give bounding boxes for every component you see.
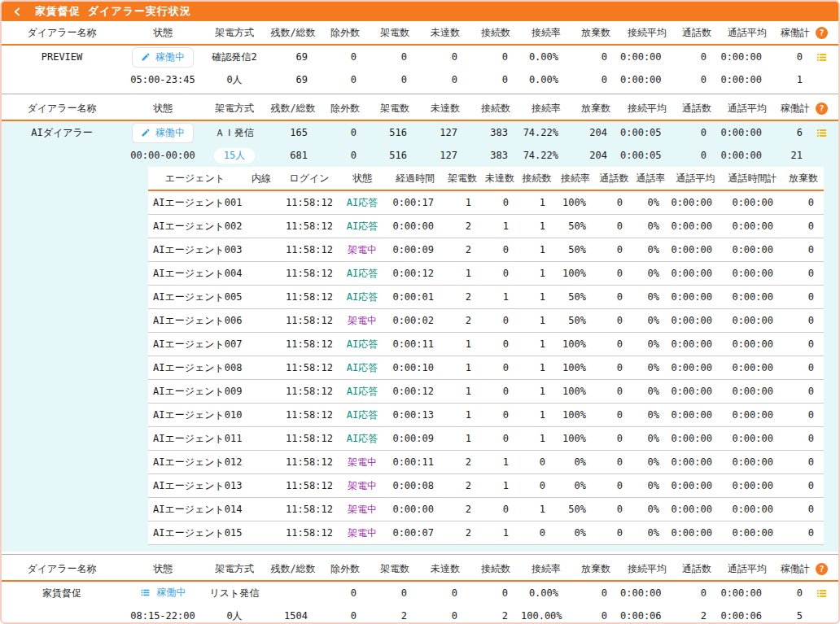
agent-value-cell: 0 bbox=[481, 433, 518, 444]
agent-value-cell: 0 bbox=[481, 409, 518, 421]
agent-value-cell: 0:00:12 bbox=[387, 268, 444, 279]
agent-name: AIエージェント014 bbox=[148, 503, 242, 517]
agent-value-cell: 0:00:13 bbox=[387, 409, 444, 421]
agent-value-cell: 0 bbox=[481, 386, 518, 397]
agent-row: AIエージェント011 11:58:12 AI応答 0:00:09101100%… bbox=[148, 427, 824, 451]
agent-value-cell: 0% bbox=[632, 386, 669, 397]
agent-value-cell: 0% bbox=[632, 527, 669, 539]
list-icon bbox=[140, 587, 151, 598]
agent-value-cell: 0 bbox=[481, 268, 518, 279]
column-header: 除外数 bbox=[321, 26, 370, 40]
agent-value-cell: 0:00:02 bbox=[387, 315, 444, 326]
agent-row: AIエージェント014 11:58:12 架電中 0:00:0020150%00… bbox=[148, 498, 824, 521]
column-header: 架電数 bbox=[370, 562, 420, 576]
agent-value-cell: 0:00:00 bbox=[722, 480, 783, 491]
help-icon[interactable]: ? bbox=[816, 27, 828, 39]
agent-value-cell: 100% bbox=[555, 338, 596, 350]
agent-value-cell: 0% bbox=[632, 315, 669, 326]
value-cell: 0:00:05 bbox=[620, 150, 674, 161]
agent-value-cell: 0:00:00 bbox=[669, 504, 722, 515]
value-cell: 0 bbox=[571, 74, 620, 85]
agent-value-cell: 50% bbox=[555, 220, 596, 232]
agent-value-cell: 0 bbox=[783, 220, 824, 232]
agent-login-time: 11:58:12 bbox=[281, 338, 338, 350]
column-header: 除外数 bbox=[321, 102, 370, 116]
agent-value-cell: 0:00:00 bbox=[669, 362, 722, 373]
agent-value-cell: 0% bbox=[555, 480, 596, 491]
column-header: ダイアラー名称 bbox=[2, 562, 122, 576]
agent-value-cell: 0 bbox=[783, 504, 824, 515]
dialer-section-preview: ダイアラー名称状態架電方式残数/総数除外数架電数未達数接続数接続率放棄数接続平均… bbox=[2, 21, 838, 91]
list-icon[interactable] bbox=[816, 127, 828, 139]
dialer-table-header: ダイアラー名称状態架電方式残数/総数除外数架電数未達数接続数接続率放棄数接続平均… bbox=[2, 557, 838, 582]
column-header: 状態 bbox=[122, 562, 203, 576]
value-cell: 0 bbox=[674, 127, 720, 138]
value-cell: 0 bbox=[775, 587, 816, 599]
pencil-icon bbox=[141, 128, 151, 137]
agent-value-cell: 0 bbox=[596, 244, 632, 255]
agent-status: AI応答 bbox=[338, 361, 387, 375]
value-cell: 204 bbox=[571, 150, 620, 161]
schedule: 00:00-00:00 bbox=[122, 150, 203, 161]
value-cell: 74.22% bbox=[521, 127, 571, 138]
column-header: 状態 bbox=[338, 172, 387, 185]
agent-value-cell: 50% bbox=[555, 291, 596, 303]
agent-value-cell: 1 bbox=[518, 362, 555, 373]
agent-status: 架電中 bbox=[338, 456, 387, 469]
agent-value-cell: 0:00:00 bbox=[669, 220, 722, 232]
help-icon[interactable]: ? bbox=[816, 103, 828, 115]
agent-status: AI応答 bbox=[338, 267, 387, 281]
agent-value-cell: 1 bbox=[444, 386, 481, 397]
agent-name: AIエージェント013 bbox=[148, 479, 242, 493]
value-cell: 0:00:00 bbox=[720, 74, 775, 85]
page-title: 家賃督促 ダイアラー実行状況 bbox=[35, 4, 191, 19]
agent-value-cell: 0 bbox=[481, 362, 518, 373]
agent-name: AIエージェント012 bbox=[148, 456, 242, 469]
agent-value-cell: 0% bbox=[555, 456, 596, 468]
agent-value-cell: 0:00:00 bbox=[387, 220, 444, 232]
status-button[interactable]: 稼働中 bbox=[132, 123, 194, 143]
agent-value-cell: 1 bbox=[518, 315, 555, 326]
agent-count-link[interactable]: 15人 bbox=[214, 148, 255, 164]
dialer-status-page: 家賃督促 ダイアラー実行状況 ダイアラー名称状態架電方式残数/総数除外数架電数未… bbox=[0, 0, 840, 624]
agent-login-time: 11:58:12 bbox=[281, 197, 338, 208]
agent-value-cell: 0 bbox=[783, 338, 824, 350]
help-icon[interactable]: ? bbox=[816, 563, 828, 575]
status-button[interactable]: 稼働中 bbox=[132, 47, 194, 68]
value-cell: 0 bbox=[470, 74, 521, 85]
value-cell: 100.00% bbox=[521, 610, 571, 622]
agent-value-cell: 0 bbox=[783, 527, 824, 539]
agent-value-cell: 100% bbox=[555, 409, 596, 421]
list-icon[interactable] bbox=[816, 51, 828, 63]
agent-row: AIエージェント015 11:58:12 架電中 0:00:072100%00%… bbox=[148, 521, 824, 545]
value-cell: 0 bbox=[674, 51, 720, 63]
section-divider bbox=[2, 94, 838, 94]
value-cell: 127 bbox=[420, 150, 470, 161]
agent-value-cell: 0% bbox=[555, 527, 596, 539]
value-cell: 0 bbox=[470, 51, 521, 63]
column-header: 接続率 bbox=[521, 102, 571, 116]
agent-name: AIエージェント001 bbox=[148, 196, 242, 210]
agent-status: AI応答 bbox=[338, 338, 387, 351]
agent-value-cell: 0:00:00 bbox=[722, 268, 783, 279]
back-icon[interactable] bbox=[13, 7, 22, 16]
dialer-name: PREVIEW bbox=[2, 51, 122, 63]
agent-login-time: 11:58:12 bbox=[281, 409, 338, 421]
status-button[interactable]: 稼働中 bbox=[140, 586, 186, 600]
agent-name: AIエージェント006 bbox=[148, 314, 242, 328]
agent-row: AIエージェント010 11:58:12 AI応答 0:00:13101100%… bbox=[148, 404, 824, 427]
column-header: 接続数 bbox=[470, 562, 521, 576]
agent-value-cell: 1 bbox=[481, 220, 518, 232]
agent-value-cell: 0% bbox=[632, 338, 669, 350]
agent-name: AIエージェント003 bbox=[148, 243, 242, 257]
agent-login-time: 11:58:12 bbox=[281, 504, 338, 515]
agent-status: AI応答 bbox=[338, 408, 387, 422]
status-label: 稼働中 bbox=[155, 126, 185, 140]
column-header: 通話平均 bbox=[720, 26, 775, 40]
agent-value-cell: 0:00:11 bbox=[387, 338, 444, 350]
column-header: 未達数 bbox=[420, 562, 470, 576]
list-icon[interactable] bbox=[816, 587, 828, 600]
value-cell: 0 bbox=[321, 587, 370, 599]
agent-name: AIエージェント005 bbox=[148, 290, 242, 304]
agent-value-cell: 100% bbox=[555, 268, 596, 279]
